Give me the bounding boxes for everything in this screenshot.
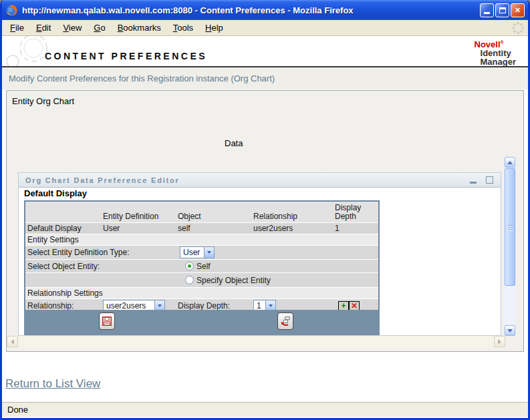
title-bar: http://newman.qalab.wal.novell.com:8080 … [2, 0, 528, 20]
entity-type-select[interactable]: User [180, 246, 215, 258]
brand-novell: Novell® [475, 38, 516, 49]
page-title: CONTENT PREFERENCES [45, 51, 207, 61]
thumb-grip [508, 224, 513, 231]
close-button[interactable]: ✕ [511, 3, 525, 17]
col-relationship: Relationship [251, 202, 333, 223]
brand-manager: Manager [481, 57, 516, 66]
horizontal-scrollbar[interactable] [7, 336, 505, 347]
throbber-icon [511, 21, 525, 35]
plus-icon: + [341, 302, 346, 310]
object-entity-label: Select Object Entity: [25, 260, 176, 273]
specify-object-row: Specify Object Entity [25, 273, 378, 288]
scrollbar-thumb[interactable] [505, 168, 515, 286]
panel-maximize-button[interactable] [486, 176, 493, 184]
col-entity-definition: Entity Definition [101, 202, 176, 223]
arrow-down-icon [507, 329, 513, 333]
radio-specify-object-entity[interactable] [185, 276, 194, 284]
maximize-icon [499, 7, 506, 13]
arrow-right-icon [498, 339, 501, 345]
chevron-down-icon [204, 247, 214, 258]
scroll-right-button[interactable] [494, 336, 505, 347]
menu-bookmarks[interactable]: Bookmarks [112, 21, 167, 35]
main-content: Entity Org Chart Data Org Chart Data Pre… [2, 89, 528, 402]
panel-minimize-button[interactable] [470, 182, 477, 184]
subtitle-band: Modify Content Preferences for this Regi… [2, 67, 528, 89]
org-chart-editor-panel: Org Chart Data Preference Editor Default… [18, 172, 501, 336]
panel-body: Default Display Entity Definition Object… [19, 188, 501, 335]
menu-file[interactable]: File [4, 21, 30, 35]
entity-type-value: User [180, 247, 204, 258]
save-floppy-icon [102, 316, 112, 327]
default-display-row: Default Display User self user2users 1 [25, 223, 378, 234]
menu-help[interactable]: Help [199, 21, 229, 35]
scroll-down-button[interactable] [505, 325, 515, 336]
section-label: Entity Org Chart [12, 96, 74, 106]
scroll-up-button[interactable] [505, 157, 515, 168]
portlet-container: Entity Org Chart Data Org Chart Data Pre… [6, 90, 524, 352]
delete-x-icon: ✕ [351, 302, 358, 310]
firefox-icon [5, 4, 18, 17]
app-header: CONTENT PREFERENCES Novell® Identity Man… [2, 36, 528, 67]
default-row-object: self [176, 223, 251, 234]
window-controls: ✕ [480, 3, 525, 17]
menu-view[interactable]: View [57, 21, 88, 35]
maximize-button[interactable] [495, 3, 509, 17]
entity-type-row: Select Entity Definition Type: User [25, 246, 378, 260]
default-row-label: Default Display [25, 223, 101, 234]
default-display-heading: Default Display [24, 188, 87, 198]
close-icon: ✕ [515, 7, 521, 14]
arrow-left-icon [11, 339, 14, 345]
default-row-entity: User [101, 223, 176, 234]
menu-tools[interactable]: Tools [167, 21, 199, 35]
radio-self-label: Self [196, 262, 211, 271]
radio-self[interactable] [185, 262, 194, 270]
entity-settings-label: Entity Settings [25, 234, 378, 246]
menu-bar: File Edit View Go Bookmarks Tools Help [2, 20, 528, 36]
menu-go[interactable]: Go [88, 21, 111, 35]
panel-footer-bar [24, 310, 380, 335]
minimize-button[interactable] [480, 3, 494, 17]
entity-settings-row: Entity Settings [25, 234, 378, 246]
arrow-up-icon [507, 161, 513, 164]
brand-logo: Novell® Identity Manager [481, 38, 516, 66]
relationship-settings-row: Relationship Settings [25, 288, 378, 299]
col-display-depth: Display Depth [333, 202, 378, 223]
scroll-left-button[interactable] [7, 336, 18, 347]
gears-decoration-icon [2, 36, 49, 67]
table-header-row: Entity Definition Object Relationship Di… [25, 202, 378, 223]
status-bar: Done [2, 402, 528, 417]
menu-edit[interactable]: Edit [30, 21, 57, 35]
default-row-depth: 1 [333, 223, 378, 234]
status-text: Done [7, 405, 28, 415]
minimize-icon [484, 12, 490, 14]
panel-title: Org Chart Data Preference Editor [25, 176, 180, 184]
save-button[interactable] [99, 312, 115, 330]
radio-specify-label: Specify Object Entity [196, 276, 271, 285]
reset-button[interactable] [277, 312, 293, 330]
vertical-scrollbar[interactable] [505, 157, 515, 336]
relationship-settings-label: Relationship Settings [25, 288, 378, 299]
reset-arrow-icon [280, 316, 291, 327]
default-row-relationship: user2users [251, 223, 333, 234]
entity-type-label: Select Entity Definition Type: [25, 246, 176, 260]
data-label: Data [225, 138, 243, 148]
browser-window: http://newman.qalab.wal.novell.com:8080 … [0, 0, 530, 420]
window-title: http://newman.qalab.wal.novell.com:8080 … [22, 5, 480, 15]
preferences-table: Entity Definition Object Relationship Di… [24, 200, 380, 314]
return-to-list-view-link[interactable]: Return to List View [5, 377, 100, 391]
panel-title-bar: Org Chart Data Preference Editor [19, 173, 501, 188]
col-object: Object [176, 202, 251, 223]
object-entity-row: Select Object Entity: Self [25, 260, 378, 273]
subtitle-text: Modify Content Preferences for this Regi… [9, 73, 275, 83]
